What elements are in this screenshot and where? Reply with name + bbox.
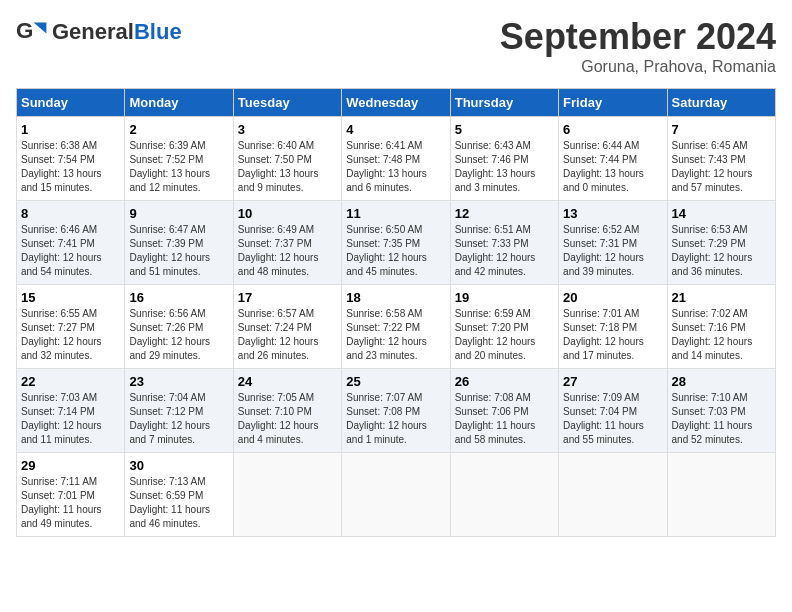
day-number: 4 [346,122,445,137]
day-number: 22 [21,374,120,389]
day-info: Sunrise: 6:40 AM Sunset: 7:50 PM Dayligh… [238,139,337,195]
page-header: G GeneralBlue September 2024 Goruna, Pra… [16,16,776,76]
day-number: 10 [238,206,337,221]
day-number: 2 [129,122,228,137]
calendar-table: SundayMondayTuesdayWednesdayThursdayFrid… [16,88,776,537]
day-info: Sunrise: 7:09 AM Sunset: 7:04 PM Dayligh… [563,391,662,447]
day-number: 5 [455,122,554,137]
day-info: Sunrise: 7:01 AM Sunset: 7:18 PM Dayligh… [563,307,662,363]
calendar-cell [450,453,558,537]
calendar-body: 1Sunrise: 6:38 AM Sunset: 7:54 PM Daylig… [17,117,776,537]
calendar-cell: 26Sunrise: 7:08 AM Sunset: 7:06 PM Dayli… [450,369,558,453]
day-number: 19 [455,290,554,305]
day-info: Sunrise: 6:53 AM Sunset: 7:29 PM Dayligh… [672,223,771,279]
day-number: 13 [563,206,662,221]
calendar-week-row: 29Sunrise: 7:11 AM Sunset: 7:01 PM Dayli… [17,453,776,537]
day-info: Sunrise: 7:05 AM Sunset: 7:10 PM Dayligh… [238,391,337,447]
day-info: Sunrise: 6:41 AM Sunset: 7:48 PM Dayligh… [346,139,445,195]
day-number: 25 [346,374,445,389]
weekday-header-wednesday: Wednesday [342,89,450,117]
calendar-week-row: 1Sunrise: 6:38 AM Sunset: 7:54 PM Daylig… [17,117,776,201]
weekday-header-monday: Monday [125,89,233,117]
day-info: Sunrise: 6:45 AM Sunset: 7:43 PM Dayligh… [672,139,771,195]
day-number: 11 [346,206,445,221]
calendar-week-row: 15Sunrise: 6:55 AM Sunset: 7:27 PM Dayli… [17,285,776,369]
day-info: Sunrise: 6:55 AM Sunset: 7:27 PM Dayligh… [21,307,120,363]
calendar-cell [233,453,341,537]
calendar-cell: 29Sunrise: 7:11 AM Sunset: 7:01 PM Dayli… [17,453,125,537]
weekday-header-row: SundayMondayTuesdayWednesdayThursdayFrid… [17,89,776,117]
day-info: Sunrise: 6:44 AM Sunset: 7:44 PM Dayligh… [563,139,662,195]
day-info: Sunrise: 7:08 AM Sunset: 7:06 PM Dayligh… [455,391,554,447]
day-info: Sunrise: 6:50 AM Sunset: 7:35 PM Dayligh… [346,223,445,279]
day-number: 8 [21,206,120,221]
day-info: Sunrise: 6:57 AM Sunset: 7:24 PM Dayligh… [238,307,337,363]
calendar-cell: 6Sunrise: 6:44 AM Sunset: 7:44 PM Daylig… [559,117,667,201]
calendar-cell: 9Sunrise: 6:47 AM Sunset: 7:39 PM Daylig… [125,201,233,285]
logo: G GeneralBlue [16,16,182,48]
day-info: Sunrise: 6:56 AM Sunset: 7:26 PM Dayligh… [129,307,228,363]
weekday-header-tuesday: Tuesday [233,89,341,117]
title-block: September 2024 Goruna, Prahova, Romania [500,16,776,76]
day-info: Sunrise: 6:49 AM Sunset: 7:37 PM Dayligh… [238,223,337,279]
day-info: Sunrise: 7:10 AM Sunset: 7:03 PM Dayligh… [672,391,771,447]
calendar-cell: 23Sunrise: 7:04 AM Sunset: 7:12 PM Dayli… [125,369,233,453]
calendar-cell: 2Sunrise: 6:39 AM Sunset: 7:52 PM Daylig… [125,117,233,201]
day-number: 12 [455,206,554,221]
day-info: Sunrise: 6:38 AM Sunset: 7:54 PM Dayligh… [21,139,120,195]
calendar-cell: 20Sunrise: 7:01 AM Sunset: 7:18 PM Dayli… [559,285,667,369]
logo-general-text: General [52,19,134,44]
calendar-cell: 19Sunrise: 6:59 AM Sunset: 7:20 PM Dayli… [450,285,558,369]
svg-text:G: G [16,18,33,43]
calendar-cell [667,453,775,537]
day-number: 27 [563,374,662,389]
calendar-week-row: 22Sunrise: 7:03 AM Sunset: 7:14 PM Dayli… [17,369,776,453]
calendar-cell: 1Sunrise: 6:38 AM Sunset: 7:54 PM Daylig… [17,117,125,201]
weekday-header-thursday: Thursday [450,89,558,117]
day-info: Sunrise: 6:39 AM Sunset: 7:52 PM Dayligh… [129,139,228,195]
day-info: Sunrise: 7:03 AM Sunset: 7:14 PM Dayligh… [21,391,120,447]
calendar-cell: 13Sunrise: 6:52 AM Sunset: 7:31 PM Dayli… [559,201,667,285]
day-number: 3 [238,122,337,137]
calendar-cell: 15Sunrise: 6:55 AM Sunset: 7:27 PM Dayli… [17,285,125,369]
calendar-week-row: 8Sunrise: 6:46 AM Sunset: 7:41 PM Daylig… [17,201,776,285]
day-info: Sunrise: 7:07 AM Sunset: 7:08 PM Dayligh… [346,391,445,447]
day-number: 28 [672,374,771,389]
day-info: Sunrise: 6:46 AM Sunset: 7:41 PM Dayligh… [21,223,120,279]
day-number: 21 [672,290,771,305]
svg-marker-1 [34,22,47,33]
calendar-cell: 25Sunrise: 7:07 AM Sunset: 7:08 PM Dayli… [342,369,450,453]
calendar-cell: 7Sunrise: 6:45 AM Sunset: 7:43 PM Daylig… [667,117,775,201]
calendar-cell: 21Sunrise: 7:02 AM Sunset: 7:16 PM Dayli… [667,285,775,369]
calendar-cell: 11Sunrise: 6:50 AM Sunset: 7:35 PM Dayli… [342,201,450,285]
weekday-header-friday: Friday [559,89,667,117]
calendar-cell: 27Sunrise: 7:09 AM Sunset: 7:04 PM Dayli… [559,369,667,453]
day-number: 20 [563,290,662,305]
day-number: 1 [21,122,120,137]
day-number: 14 [672,206,771,221]
day-number: 16 [129,290,228,305]
calendar-cell: 18Sunrise: 6:58 AM Sunset: 7:22 PM Dayli… [342,285,450,369]
day-number: 15 [21,290,120,305]
day-number: 7 [672,122,771,137]
day-number: 23 [129,374,228,389]
calendar-cell: 24Sunrise: 7:05 AM Sunset: 7:10 PM Dayli… [233,369,341,453]
weekday-header-sunday: Sunday [17,89,125,117]
calendar-header: SundayMondayTuesdayWednesdayThursdayFrid… [17,89,776,117]
calendar-cell: 16Sunrise: 6:56 AM Sunset: 7:26 PM Dayli… [125,285,233,369]
weekday-header-saturday: Saturday [667,89,775,117]
day-number: 26 [455,374,554,389]
month-year-title: September 2024 [500,16,776,58]
calendar-cell [559,453,667,537]
day-number: 24 [238,374,337,389]
day-info: Sunrise: 6:43 AM Sunset: 7:46 PM Dayligh… [455,139,554,195]
calendar-cell [342,453,450,537]
calendar-cell: 3Sunrise: 6:40 AM Sunset: 7:50 PM Daylig… [233,117,341,201]
day-info: Sunrise: 7:11 AM Sunset: 7:01 PM Dayligh… [21,475,120,531]
day-info: Sunrise: 6:47 AM Sunset: 7:39 PM Dayligh… [129,223,228,279]
location-subtitle: Goruna, Prahova, Romania [500,58,776,76]
calendar-cell: 30Sunrise: 7:13 AM Sunset: 6:59 PM Dayli… [125,453,233,537]
calendar-cell: 10Sunrise: 6:49 AM Sunset: 7:37 PM Dayli… [233,201,341,285]
calendar-cell: 28Sunrise: 7:10 AM Sunset: 7:03 PM Dayli… [667,369,775,453]
calendar-cell: 22Sunrise: 7:03 AM Sunset: 7:14 PM Dayli… [17,369,125,453]
